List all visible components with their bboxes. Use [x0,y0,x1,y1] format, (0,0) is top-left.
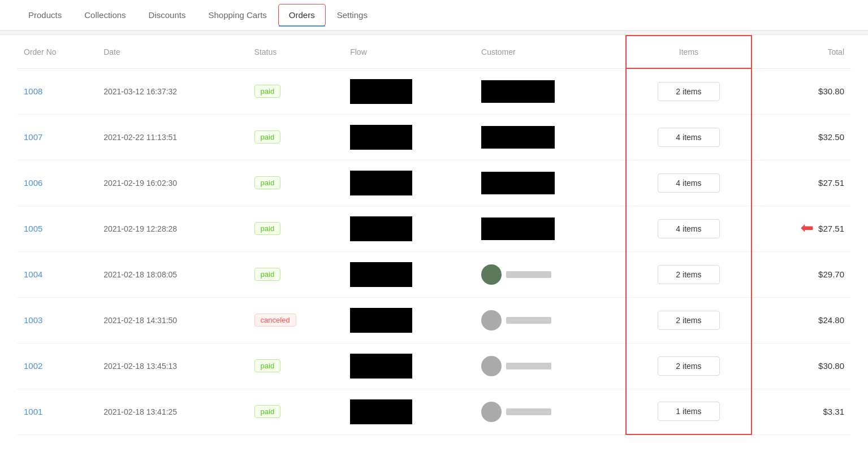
flow-image [350,79,412,104]
date-cell: 2021-02-19 12:28:28 [97,206,247,251]
order-no-cell: 1004 [17,251,97,297]
total-cell: $3.31 [752,389,851,434]
table-row: 10012021-02-18 13:41:25paid1 items$3.31 [17,389,851,434]
customer-name-redacted [506,408,551,415]
items-cell: 4 items [626,206,751,251]
total-cell: $29.70 [752,251,851,297]
flow-image [350,216,412,241]
col-header-status: Status [248,36,344,68]
order-no-cell: 1008 [17,68,97,114]
flow-image [350,262,412,287]
total-cell: ➡$27.51 [752,206,851,251]
items-count-button[interactable]: 2 items [658,311,720,330]
items-cell: 2 items [626,297,751,343]
items-cell: 2 items [626,68,751,114]
items-count-button[interactable]: 1 items [658,402,720,421]
orders-table-container: Order No Date Status Flow Customer Items… [0,35,868,435]
total-amount: $3.31 [823,407,844,416]
nav-item-shopping-carts[interactable]: Shopping Carts [197,0,278,30]
nav-item-settings[interactable]: Settings [326,0,379,30]
flow-cell [343,389,474,434]
flow-cell [343,343,474,389]
orders-table: Order No Date Status Flow Customer Items… [17,35,851,435]
table-row: 10072021-02-22 11:13:51paid4 items$32.50 [17,114,851,160]
customer-name-redacted [506,271,551,278]
flow-image [350,354,412,379]
total-amount: $27.51 [818,178,844,188]
status-badge: paid [254,176,281,189]
col-header-customer: Customer [474,36,626,68]
date-cell: 2021-02-19 16:02:30 [97,160,247,206]
total-amount: $24.80 [818,315,844,325]
items-count-button[interactable]: 2 items [658,265,720,284]
customer-image-redacted [481,172,555,194]
status-cell: paid [248,343,344,389]
status-badge: paid [254,131,281,143]
col-header-date: Date [97,36,247,68]
items-cell: 4 items [626,114,751,160]
status-cell: canceled [248,297,344,343]
navigation: ProductsCollectionsDiscountsShopping Car… [0,0,868,31]
status-cell: paid [248,206,344,251]
nav-item-orders[interactable]: Orders [278,4,326,26]
order-number: 1007 [24,132,42,142]
table-row: 10032021-02-18 14:31:50canceled2 items$2… [17,297,851,343]
order-number: 1006 [24,178,42,188]
total-amount: $27.51 [818,224,844,233]
customer-image-redacted [481,126,555,149]
status-badge: paid [254,85,281,98]
flow-image [350,171,412,195]
avatar [481,356,502,376]
status-badge: paid [254,222,281,235]
items-count-button[interactable]: 4 items [658,219,720,238]
avatar [481,402,502,422]
items-cell: 2 items [626,343,751,389]
separator [0,31,868,35]
flow-cell [343,114,474,160]
total-amount: $29.70 [818,269,844,279]
customer-info [481,356,619,376]
customer-info [481,264,619,285]
customer-image-redacted [481,80,555,103]
status-cell: paid [248,389,344,434]
items-count-button[interactable]: 2 items [658,356,720,376]
total-cell: $24.80 [752,297,851,343]
customer-cell [474,389,626,434]
date-cell: 2021-02-18 18:08:05 [97,251,247,297]
customer-name-redacted [506,317,551,324]
total-cell: $27.51 [752,160,851,206]
status-badge: paid [254,405,281,418]
nav-item-collections[interactable]: Collections [73,0,137,30]
customer-name-redacted [506,363,551,369]
order-number: 1003 [24,315,42,325]
customer-cell [474,297,626,343]
table-row: 10052021-02-19 12:28:28paid4 items➡$27.5… [17,206,851,251]
col-header-items: Items [626,36,751,68]
status-badge: canceled [254,314,296,327]
customer-info [481,310,619,330]
order-number: 1008 [24,86,42,96]
items-count-button[interactable]: 2 items [658,82,720,101]
table-row: 10062021-02-19 16:02:30paid4 items$27.51 [17,160,851,206]
col-header-total: Total [752,36,851,68]
order-number: 1005 [24,224,42,233]
arrow-indicator: ➡ [801,219,814,238]
order-number: 1001 [24,407,42,416]
items-count-button[interactable]: 4 items [658,128,720,147]
nav-item-products[interactable]: Products [17,0,73,30]
customer-cell [474,343,626,389]
avatar [481,310,502,330]
order-no-cell: 1002 [17,343,97,389]
items-cell: 2 items [626,251,751,297]
items-cell: 1 items [626,389,751,434]
flow-cell [343,297,474,343]
date-cell: 2021-03-12 16:37:32 [97,68,247,114]
customer-cell [474,114,626,160]
order-no-cell: 1001 [17,389,97,434]
status-cell: paid [248,114,344,160]
items-count-button[interactable]: 4 items [658,173,720,193]
customer-cell [474,68,626,114]
nav-item-discounts[interactable]: Discounts [137,0,197,30]
avatar [481,264,502,285]
customer-image-redacted [481,218,555,240]
